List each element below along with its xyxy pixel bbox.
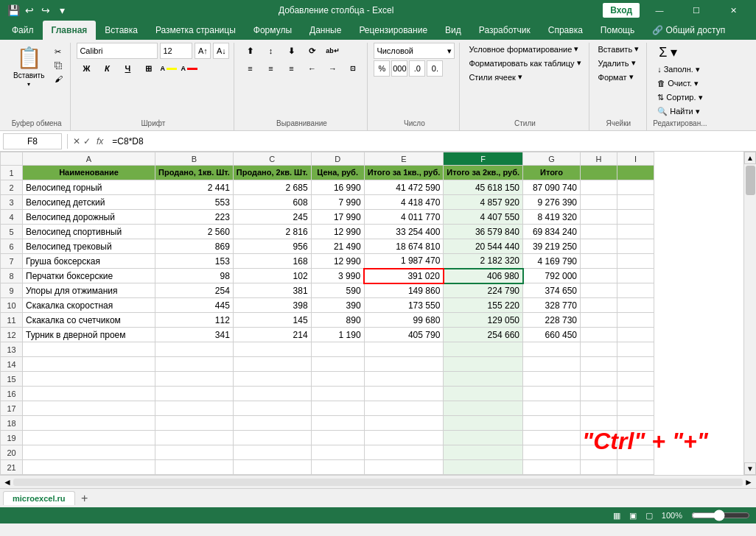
table-cell[interactable] [617,166,654,180]
number-format-dropdown[interactable]: Числовой ▾ [374,43,455,59]
cell-styles-btn[interactable]: Стили ячеек ▾ [466,71,584,83]
table-cell[interactable] [617,210,654,225]
table-cell[interactable] [617,180,654,195]
table-cell[interactable] [364,342,444,357]
table-cell[interactable]: 2 560 [155,225,234,239]
table-cell[interactable]: Итого за 1кв., руб. [364,166,444,180]
tab-home[interactable]: Главная [43,21,97,40]
table-cell[interactable] [581,416,617,431]
table-cell[interactable]: Итого за 2кв., руб. [444,166,523,180]
align-top-btn[interactable]: ⬆ [240,43,259,59]
table-cell[interactable] [523,460,581,475]
table-cell[interactable]: 214 [233,328,311,342]
table-cell[interactable] [581,328,617,342]
insert-cells-btn[interactable]: Вставить ▾ [595,43,643,55]
minimize-btn[interactable]: — [643,0,676,21]
delete-cells-btn[interactable]: Удалить ▾ [595,57,643,69]
table-cell[interactable]: 36 579 840 [444,225,523,239]
table-cell[interactable]: 69 834 240 [523,225,581,239]
table-cell[interactable] [581,342,617,357]
table-cell[interactable] [581,210,617,225]
table-cell[interactable] [444,460,523,475]
table-cell[interactable]: 12 990 [311,254,364,269]
col-header-f[interactable]: F [444,152,523,166]
table-cell[interactable] [523,416,581,431]
table-cell[interactable] [581,166,617,180]
table-cell[interactable] [617,431,654,445]
font-color-btn[interactable]: A [180,60,199,77]
conditional-format-btn[interactable]: Условное форматирование ▾ [466,43,584,55]
table-cell[interactable] [311,387,364,401]
table-cell[interactable]: 406 980 [444,269,523,283]
table-cell[interactable] [581,239,617,254]
table-cell[interactable] [523,387,581,401]
fill-color-btn[interactable]: A [159,60,178,77]
table-cell[interactable] [23,372,155,387]
table-cell[interactable]: 608 [233,195,311,210]
table-cell[interactable]: 129 050 [444,313,523,328]
table-cell[interactable] [523,372,581,387]
customize-btn[interactable]: ▾ [55,3,69,18]
table-cell[interactable] [155,460,234,475]
table-cell[interactable]: 2 816 [233,225,311,239]
table-cell[interactable]: 381 [233,283,311,298]
table-cell[interactable] [444,357,523,372]
table-cell[interactable] [444,342,523,357]
increase-decimal-btn[interactable]: .0 [409,60,425,77]
table-cell[interactable]: 245 [233,210,311,225]
tab-page-layout[interactable]: Разметка страницы [147,21,245,40]
table-cell[interactable] [23,416,155,431]
table-cell[interactable]: Велосипед горный [23,180,155,195]
table-cell[interactable]: Продано, 1кв. Шт. [155,166,234,180]
table-cell[interactable] [581,387,617,401]
sort-btn[interactable]: ⇅ Сортир. ▾ [654,91,705,104]
h-scroll-track[interactable] [13,479,743,486]
table-cell[interactable]: Продано, 2кв. Шт. [233,166,311,180]
table-cell[interactable]: 890 [311,313,364,328]
percent-btn[interactable]: % [374,60,390,77]
close-btn[interactable]: ✕ [716,0,750,21]
table-cell[interactable]: 956 [233,239,311,254]
align-right-btn[interactable]: ≡ [281,60,301,77]
table-cell[interactable] [23,342,155,357]
table-cell[interactable]: 223 [155,210,234,225]
table-cell[interactable]: 4 407 550 [444,210,523,225]
table-cell[interactable]: Велосипед дорожный [23,210,155,225]
decrease-decimal-btn[interactable]: 0. [427,60,443,77]
scroll-down-btn[interactable]: ▼ [744,462,756,475]
table-cell[interactable] [581,298,617,313]
redo-btn[interactable]: ↪ [38,3,53,18]
table-cell[interactable] [155,387,234,401]
table-cell[interactable]: 98 [155,269,234,283]
table-cell[interactable] [617,357,654,372]
tab-data[interactable]: Данные [301,21,350,40]
table-cell[interactable] [311,342,364,357]
table-cell[interactable] [523,357,581,372]
table-cell[interactable] [233,372,311,387]
table-cell[interactable]: 2 441 [155,180,234,195]
table-cell[interactable] [444,372,523,387]
table-cell[interactable] [23,401,155,416]
table-cell[interactable]: 153 [155,254,234,269]
table-cell[interactable] [523,342,581,357]
tab-developer[interactable]: Разработчик [470,21,539,40]
table-cell[interactable]: 398 [233,298,311,313]
table-cell[interactable]: 45 618 150 [444,180,523,195]
table-cell[interactable] [155,445,234,460]
scroll-left-btn[interactable]: ◄ [3,477,12,487]
underline-btn[interactable]: Ч [118,60,137,77]
increase-indent-btn[interactable]: → [323,60,342,77]
tab-file[interactable]: Файл [3,21,43,40]
table-cell[interactable] [617,298,654,313]
table-cell[interactable] [364,372,444,387]
table-cell[interactable] [311,416,364,431]
table-cell[interactable] [311,372,364,387]
table-cell[interactable] [617,195,654,210]
table-cell[interactable] [617,254,654,269]
table-cell[interactable] [311,357,364,372]
table-cell[interactable]: 18 674 810 [364,239,444,254]
table-cell[interactable]: 3 990 [311,269,364,283]
table-cell[interactable] [617,445,654,460]
table-cell[interactable] [581,372,617,387]
table-cell[interactable] [523,431,581,445]
